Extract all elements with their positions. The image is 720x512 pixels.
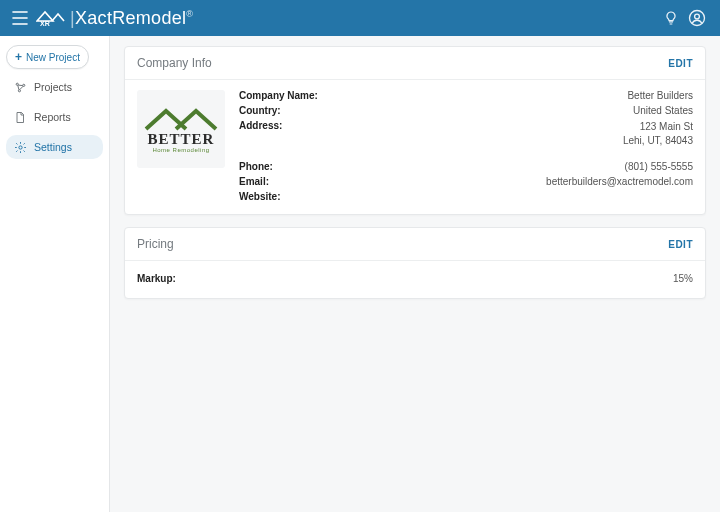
pricing-card: Pricing EDIT Markup: 15% bbox=[124, 227, 706, 299]
company-edit-button[interactable]: EDIT bbox=[668, 58, 693, 69]
brand-logo-icon: XR bbox=[36, 7, 66, 29]
country-label: Country: bbox=[239, 105, 349, 116]
company-name-label: Company Name: bbox=[239, 90, 349, 101]
company-logo: BETTER Home Remodeling bbox=[137, 90, 225, 168]
lightbulb-icon[interactable] bbox=[658, 5, 684, 31]
svg-point-4 bbox=[690, 11, 705, 26]
sidebar-item-label: Projects bbox=[34, 81, 72, 93]
website-value bbox=[349, 191, 693, 202]
svg-text:XR: XR bbox=[40, 20, 50, 27]
sidebar-item-label: Settings bbox=[34, 141, 72, 153]
brand-name: |XactRemodel® bbox=[70, 8, 193, 29]
svg-point-9 bbox=[18, 145, 21, 148]
sidebar-item-label: Reports bbox=[34, 111, 71, 123]
sidebar: + New Project Projects Reports Settings bbox=[0, 36, 110, 512]
markup-label: Markup: bbox=[137, 273, 176, 284]
sidebar-item-settings[interactable]: Settings bbox=[6, 135, 103, 159]
svg-point-5 bbox=[695, 14, 700, 19]
email-value: betterbuilders@xactremodel.com bbox=[349, 176, 693, 187]
card-title: Company Info bbox=[137, 56, 212, 70]
plus-icon: + bbox=[15, 51, 22, 63]
settings-icon bbox=[13, 140, 27, 154]
menu-icon[interactable] bbox=[10, 8, 30, 28]
pricing-edit-button[interactable]: EDIT bbox=[668, 239, 693, 250]
company-name-value: Better Builders bbox=[349, 90, 693, 101]
website-label: Website: bbox=[239, 191, 349, 202]
account-icon[interactable] bbox=[684, 5, 710, 31]
topbar: XR |XactRemodel® bbox=[0, 0, 720, 36]
main-content: Company Info EDIT BETTER Home Remodeling bbox=[110, 36, 720, 512]
company-info-grid: Company Name: Better Builders Country: U… bbox=[239, 90, 693, 202]
markup-value: 15% bbox=[673, 273, 693, 284]
address-value: 123 Main St Lehi, UT, 84043 bbox=[349, 120, 693, 147]
email-label: Email: bbox=[239, 176, 349, 187]
pricing-row-markup: Markup: 15% bbox=[137, 271, 693, 286]
svg-point-6 bbox=[16, 83, 18, 85]
new-project-label: New Project bbox=[26, 52, 80, 63]
phone-label: Phone: bbox=[239, 161, 349, 172]
projects-icon bbox=[13, 80, 27, 94]
roof-icon bbox=[142, 105, 220, 133]
company-logo-sub: Home Remodeling bbox=[152, 147, 209, 153]
address-label: Address: bbox=[239, 120, 349, 147]
company-info-card: Company Info EDIT BETTER Home Remodeling bbox=[124, 46, 706, 215]
country-value: United States bbox=[349, 105, 693, 116]
phone-value: (801) 555-5555 bbox=[349, 161, 693, 172]
sidebar-item-reports[interactable]: Reports bbox=[6, 105, 103, 129]
card-title: Pricing bbox=[137, 237, 174, 251]
company-logo-word: BETTER bbox=[148, 131, 215, 148]
reports-icon bbox=[13, 110, 27, 124]
new-project-button[interactable]: + New Project bbox=[6, 45, 89, 69]
sidebar-item-projects[interactable]: Projects bbox=[6, 75, 103, 99]
svg-point-8 bbox=[18, 89, 20, 91]
